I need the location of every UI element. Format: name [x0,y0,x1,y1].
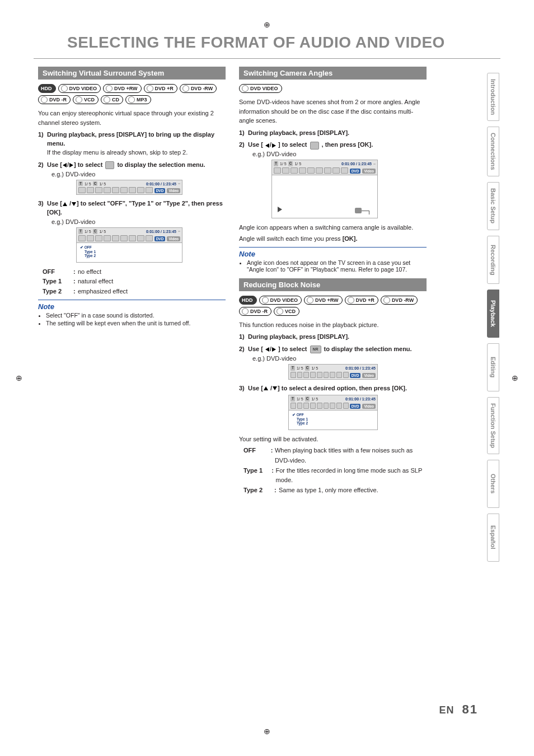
step-2: 2)Use [/] to select to display the selec… [38,161,226,170]
tab-editing[interactable]: Editing [487,343,499,391]
body-text: Angle icon appears when a switching came… [239,223,427,232]
down-arrow-icon [72,202,76,206]
tab-recording[interactable]: Recording [487,236,499,284]
surround-icon [105,161,114,169]
disc-icon [76,96,82,103]
badge-dvd-prw: DVD +RW [304,296,343,305]
osd-display-nr1: T1/ 5 C1/ 5 0:01:00 / 1:23:45 DVDVideo [288,364,378,380]
up-arrow-icon [264,386,268,390]
left-arrow-icon [63,163,67,167]
badge-dvd-mr: DVD -R [38,95,71,104]
disc-icon [147,85,153,92]
badge-hdd: HDD [239,296,257,305]
badge-vcd: VCD [274,307,299,316]
tab-others[interactable]: Others [487,460,499,508]
disc-icon [106,85,113,92]
print-crop-mark: ⊕ [16,374,22,382]
print-crop-mark: ⊕ [264,20,270,29]
step-1: 1)During playback, press [DISPLAY] to br… [38,130,226,157]
badge-dvd-pr: DVD +R [345,296,378,305]
right-arrow-icon [69,163,73,167]
page-number: EN81 [439,702,479,717]
step-1: 1)During playback, press [DISPLAY]. [239,129,427,138]
intro-text: Some DVD-videos have scenes shot from 2 … [239,97,427,125]
chapter-icon: C [93,181,98,186]
print-crop-mark: ⊕ [512,374,518,382]
section-header-vss: Switching Virtual Surround System [38,67,226,80]
tab-connections[interactable]: Connections [487,127,499,176]
note-heading: Note [38,302,226,311]
tab-introduction[interactable]: Introduction [487,73,499,121]
osd-display-angle: T1/ 5 C1/ 5 0:01:00 / 1:23:45 DVDVideo [271,160,378,218]
badge-vcd: VCD [73,95,99,104]
play-icon [278,207,282,212]
tab-basic-setup[interactable]: Basic Setup [487,182,499,230]
left-arrow-icon [265,143,269,148]
step-1: 1)During playback, press [DISPLAY]. [239,333,427,342]
badge-dvd-mrw: DVD -RW [381,296,418,305]
title-rule [34,58,500,59]
right-column: Switching Camera Angles DVD VIDEO Some D… [239,64,427,498]
disc-icon [128,96,135,103]
step-2: 2)Use [ / ] to select , then press [OK]. [239,141,427,150]
disc-icon [61,85,68,92]
badge-dvd-mr: DVD -R [239,307,271,316]
step-2: 2)Use [ / ] to select NR to display the … [239,345,427,354]
page-title: SELECTING THE FORMAT OF AUDIO AND VIDEO [67,34,500,52]
tab-espanol[interactable]: Español [487,514,499,562]
disc-icon [104,96,110,103]
osd-display-nr2: T1/ 5 C1/ 5 0:01:00 / 1:23:45 DVDVideo ✔… [288,395,378,430]
note-list: Angle icon does not appear on the TV scr… [239,259,427,273]
right-arrow-icon [272,143,276,148]
badge-dvd-pr: DVD +R [144,84,177,93]
format-badges: HDD DVD VIDEO DVD +RW DVD +R DVD -RW DVD… [38,84,226,104]
options-list: OFF:no effect Type 1:natural effect Type… [43,267,226,297]
left-column: Switching Virtual Surround System HDD DV… [38,64,226,498]
badge-cd: CD [101,95,123,104]
disc-icon [182,85,189,92]
body-text: Angle will switch each time you press [O… [239,234,427,244]
badge-dvd-mrw: DVD -RW [180,84,217,93]
note-list: Select "OFF" in a case sound is distorte… [38,312,226,326]
format-badges: HDD DVD VIDEO DVD +RW DVD +R DVD -RW DVD… [239,296,427,316]
example-label: e.g.) DVD-video [51,171,226,178]
badge-dvd-video: DVD VIDEO [58,84,101,93]
badge-dvd-video: DVD VIDEO [259,296,302,305]
disc-icon [41,96,48,103]
right-arrow-icon [272,347,276,352]
angle-indicator-icon [355,208,362,213]
angle-icon [178,183,180,184]
badge-hdd: HDD [38,84,56,93]
camera-angle-icon [310,142,319,150]
side-tabs: Introduction Connections Basic Setup Rec… [487,73,499,562]
body-text: Your setting will be activated. [239,435,427,444]
intro-text: You can enjoy stereophonic virtual space… [38,109,226,127]
options-list: OFF:When playing back titles with a few … [243,446,427,495]
osd-display-2: T1/ 5 C1/ 5 0:01:00 / 1:23:45 DVDVideo ✔… [76,227,182,263]
badge-dvd-prw: DVD +RW [103,84,142,93]
note-heading: Note [239,250,427,258]
title-icon: T [78,181,83,186]
intro-text: This function reduces noise in the playb… [239,320,427,330]
section-header-noise: Reducing Block Noise [239,278,427,291]
nr-icon: NR [310,346,321,353]
tab-playback[interactable]: Playback [487,290,499,338]
step-3: 3)Use [ /] to select a desired option, t… [239,384,427,393]
section-header-angles: Switching Camera Angles [239,67,427,80]
example-label: e.g.) DVD-video [252,355,427,362]
badge-mp3: MP3 [125,95,151,104]
up-arrow-icon [63,202,67,206]
left-arrow-icon [265,347,269,352]
disc-icon [242,85,249,92]
step-3: 3)Use [ /] to select "OFF", "Type 1" or … [38,199,226,217]
tab-function-setup[interactable]: Function Setup [487,397,499,454]
print-crop-mark: ⊕ [264,727,270,736]
osd-display-1: T1/ 5 C1/ 5 0:01:00 / 1:23:45 DVDVideo [76,180,182,195]
badge-dvd-video: DVD VIDEO [239,84,282,93]
down-arrow-icon [273,386,277,390]
example-label: e.g.) DVD-video [51,218,226,225]
example-label: e.g.) DVD-video [252,151,427,157]
